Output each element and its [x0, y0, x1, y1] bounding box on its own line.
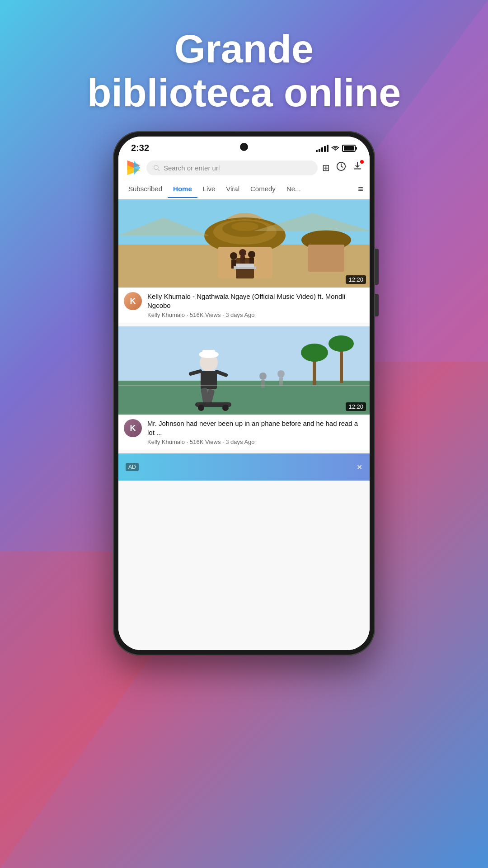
phone-screen: 2:32	[118, 137, 370, 650]
svg-point-43	[328, 335, 354, 352]
download-icon[interactable]	[352, 161, 362, 174]
battery-icon	[342, 145, 357, 152]
status-time: 2:32	[131, 143, 149, 153]
svg-line-4	[158, 169, 160, 171]
svg-rect-27	[118, 326, 370, 381]
search-bar[interactable]: Search or enter url	[146, 160, 318, 175]
channel-avatar-2: K	[124, 419, 142, 437]
svg-rect-47	[279, 377, 283, 386]
power-button	[375, 249, 379, 285]
tab-more-text[interactable]: Ne...	[281, 180, 306, 198]
status-icons	[316, 145, 357, 152]
svg-marker-2	[134, 160, 140, 175]
thumbnail-village	[118, 199, 370, 288]
svg-point-17	[230, 252, 237, 259]
svg-point-44	[259, 373, 267, 380]
tab-viral[interactable]: Viral	[221, 180, 245, 198]
headline: Grande biblioteca online	[0, 27, 488, 115]
app-header: Search or enter url ⊞	[118, 156, 370, 179]
svg-point-38	[198, 405, 204, 411]
svg-point-12	[231, 222, 258, 231]
tab-comedy[interactable]: Comedy	[245, 180, 281, 198]
video-sub-1: Kelly Khumalo · 516K Views · 3 days Ago	[147, 311, 364, 318]
video-meta-2: Mr. Johnson had never been up in an phan…	[147, 419, 364, 445]
video-title-1: Kelly Khumalo - Ngathwala Ngaye (Officia…	[147, 292, 364, 310]
search-icon	[153, 164, 160, 171]
header-icons: ⊞	[322, 161, 362, 174]
tab-subscribed[interactable]: Subscribed	[123, 180, 168, 198]
content-area: 12:20 K Kelly Khumalo - Ngathwala Ngaye …	[118, 199, 370, 650]
svg-point-21	[248, 251, 255, 258]
headline-line1: Grande	[18, 27, 470, 71]
wifi-icon	[331, 145, 339, 151]
nav-more-icon[interactable]: ≡	[356, 179, 365, 199]
history-icon[interactable]	[336, 161, 346, 174]
svg-rect-28	[118, 381, 370, 415]
svg-point-41	[301, 344, 328, 362]
svg-rect-16	[308, 245, 344, 272]
video-meta-1: Kelly Khumalo - Ngathwala Ngaye (Officia…	[147, 292, 364, 318]
thumbnail-1: 12:20	[118, 199, 370, 288]
video-card-1[interactable]: 12:20 K Kelly Khumalo - Ngathwala Ngaye …	[118, 199, 370, 323]
svg-rect-31	[202, 350, 215, 356]
phone-frame: 2:32	[113, 131, 375, 656]
notif-dot	[360, 160, 364, 164]
svg-point-19	[239, 249, 246, 256]
video-card-2[interactable]: 12:20 K Mr. Johnson had never been up in…	[118, 326, 370, 450]
volume-button	[375, 294, 379, 316]
video-title-2: Mr. Johnson had never been up in an phan…	[147, 419, 364, 437]
video-sub-2: Kelly Khumalo · 516K Views · 3 days Ago	[147, 439, 364, 445]
svg-rect-24	[236, 264, 254, 267]
signal-icon	[316, 145, 328, 152]
ad-close-button[interactable]: ✕	[357, 463, 362, 472]
svg-rect-45	[261, 380, 265, 388]
channel-avatar-1: K	[124, 292, 142, 310]
ad-label: AD	[126, 463, 139, 471]
video-info-2: K Mr. Johnson had never been up in an ph…	[118, 415, 370, 450]
nav-tabs: Subscribed Home Live Viral Comedy Ne... …	[118, 179, 370, 199]
svg-point-39	[222, 405, 229, 411]
duration-badge-1: 12:20	[346, 275, 366, 284]
video-info-1: K Kelly Khumalo - Ngathwala Ngaye (Offic…	[118, 288, 370, 323]
app-logo	[126, 160, 142, 176]
thumbnail-2: 12:20	[118, 326, 370, 415]
search-placeholder: Search or enter url	[164, 164, 220, 172]
headline-line2: biblioteca online	[18, 71, 470, 115]
svg-rect-32	[201, 371, 217, 389]
tab-live[interactable]: Live	[197, 180, 221, 198]
thumbnail-skate	[118, 326, 370, 415]
tab-home[interactable]: Home	[168, 180, 197, 198]
gamepad-icon[interactable]: ⊞	[322, 162, 330, 173]
svg-point-46	[277, 370, 285, 377]
ad-banner[interactable]: AD ✕	[118, 453, 370, 481]
camera-cutout	[240, 143, 248, 151]
duration-badge-2: 12:20	[346, 402, 366, 411]
